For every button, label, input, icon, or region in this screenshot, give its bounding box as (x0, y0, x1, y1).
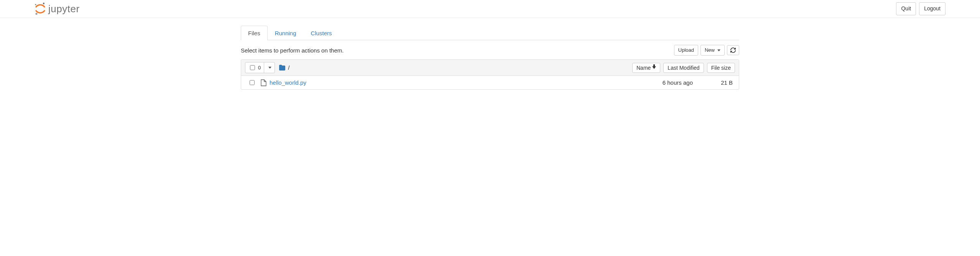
tab-running[interactable]: Running (268, 26, 304, 40)
select-menu-toggle[interactable] (264, 62, 275, 73)
jupyter-icon (35, 2, 46, 15)
sort-name-label: Name (636, 65, 651, 71)
upload-button[interactable]: Upload (674, 45, 698, 56)
select-all-checkbox-wrap[interactable]: 0 (245, 62, 264, 73)
svg-point-2 (35, 4, 36, 5)
logout-button[interactable]: Logout (919, 2, 945, 15)
file-list-header: 0 / Name (241, 60, 739, 76)
main-tabs: Files Running Clusters (241, 26, 739, 40)
select-all-group: 0 (245, 62, 275, 73)
refresh-icon (730, 48, 736, 53)
header-actions: Quit Logout (896, 2, 945, 15)
toolbar: Select items to perform actions on them.… (241, 40, 739, 59)
refresh-button[interactable] (727, 45, 739, 55)
file-name-link[interactable]: hello_world.py (268, 79, 624, 86)
logo-text: jupyter (48, 3, 80, 15)
jupyter-logo[interactable]: jupyter (35, 2, 80, 15)
row-checkbox[interactable] (250, 80, 255, 85)
new-button[interactable]: New (700, 45, 725, 56)
selected-count: 0 (258, 65, 261, 71)
breadcrumb-separator: / (288, 64, 289, 71)
caret-down-icon (268, 67, 271, 69)
arrow-down-icon (652, 66, 656, 69)
last-modified-header[interactable]: Last Modified (663, 63, 704, 73)
file-size-header: File size (707, 63, 735, 73)
breadcrumb: / (279, 64, 289, 71)
select-all-checkbox[interactable] (250, 65, 255, 70)
sort-by-name-button[interactable]: Name (632, 63, 660, 73)
file-modified: 6 hours ago (624, 79, 693, 86)
svg-point-0 (43, 3, 44, 4)
new-button-label: New (705, 47, 715, 54)
folder-icon[interactable] (279, 65, 286, 71)
svg-point-1 (35, 13, 37, 15)
file-size: 21 B (693, 79, 735, 86)
tab-files[interactable]: Files (241, 26, 268, 40)
list-item: hello_world.py 6 hours ago 21 B (241, 76, 739, 89)
header: jupyter Quit Logout (0, 0, 980, 18)
tab-clusters[interactable]: Clusters (304, 26, 339, 40)
toolbar-hint: Select items to perform actions on them. (241, 47, 344, 54)
caret-down-icon (717, 49, 720, 51)
quit-button[interactable]: Quit (896, 2, 916, 15)
file-list-panel: 0 / Name (241, 59, 739, 90)
file-icon (259, 79, 268, 86)
